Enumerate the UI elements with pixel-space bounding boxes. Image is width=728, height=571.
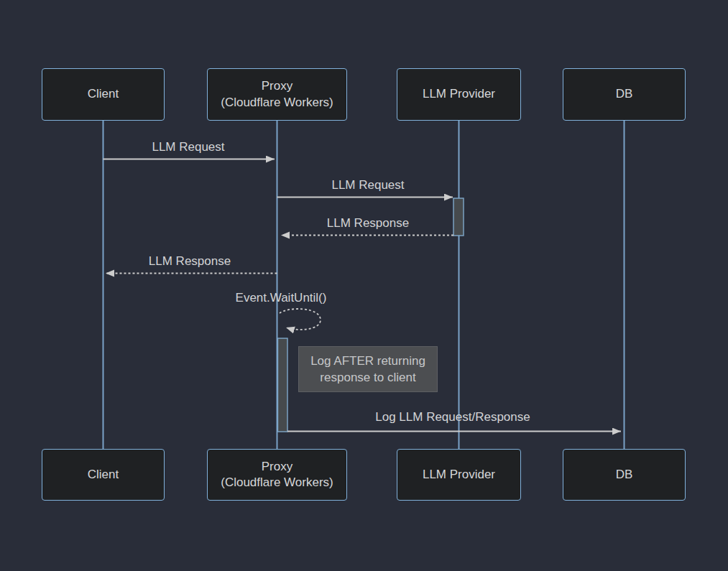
participant-db-bottom: DB (563, 449, 686, 501)
activation-bar-proxy (278, 338, 288, 432)
participant-llm-provider-top: LLM Provider (397, 68, 521, 121)
participant-client-top: Client (42, 68, 165, 121)
message-label-llm-request-1: LLM Request (152, 140, 224, 154)
note-log-after-returning: Log AFTER returning response to client (298, 346, 438, 392)
participant-proxy-top: Proxy (Cloudflare Workers) (207, 68, 347, 121)
message-label-llm-response-1: LLM Response (327, 216, 409, 231)
self-loop-arrow (280, 309, 321, 330)
participant-db-top: DB (563, 68, 686, 121)
message-label-llm-request-2: LLM Request (331, 178, 404, 192)
message-label-log-llm-request-response: Log LLM Request/Response (375, 410, 530, 424)
participant-llm-provider-bottom: LLM Provider (397, 449, 521, 501)
participant-proxy-bottom: Proxy (Cloudflare Workers) (207, 449, 347, 501)
message-label-event-waituntil: Event.WaitUntil() (236, 291, 327, 305)
message-label-llm-response-2: LLM Response (149, 254, 231, 269)
participant-client-bottom: Client (42, 449, 165, 501)
sequence-diagram: Client Proxy (Cloudflare Workers) LLM Pr… (0, 0, 728, 571)
activation-bar-llm-provider (453, 198, 464, 236)
